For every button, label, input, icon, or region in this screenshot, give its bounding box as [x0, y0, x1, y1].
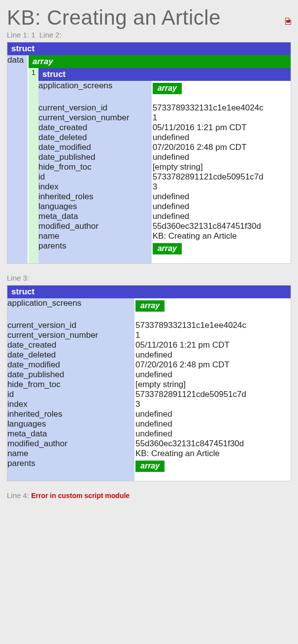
row-key: languages [38, 202, 152, 212]
row-key: index [7, 399, 135, 409]
table-row: current_version_id5733789332131c1e1ee402… [7, 321, 291, 330]
row-key: date_published [38, 152, 152, 162]
inner-rows-1: application_screensarraycurrent_version_… [38, 81, 291, 263]
array-badge: array [153, 83, 182, 94]
table-row: meta_dataundefined [7, 429, 291, 439]
row-key: date_modified [38, 143, 152, 152]
row-key: inherited_roles [38, 192, 152, 202]
row-key: name [38, 231, 152, 241]
row-value: array [152, 241, 291, 263]
row-key: date_deleted [38, 133, 152, 143]
row-value: undefined [135, 429, 291, 439]
table-row: index3 [7, 399, 291, 409]
page-title: KB: Creating an Article [7, 6, 291, 30]
table-row: date_created05/11/2016 1:21 pm CDT [38, 123, 291, 133]
table-row: date_modified07/20/2016 2:48 pm CDT [7, 360, 291, 370]
table-row: hide_from_toc[empty string] [7, 380, 291, 390]
array-badge: array [153, 243, 182, 254]
row-key: id [38, 172, 152, 182]
row-key: modified_author [7, 439, 135, 449]
dump-block-1: struct data array 1 struct application_s [7, 42, 291, 264]
inner-rows-2: application_screensarraycurrent_version_… [7, 298, 291, 481]
row-key: hide_from_toc [7, 380, 135, 390]
row-value: 55d360ec32131c847451f30d [135, 439, 291, 449]
table-row: current_version_number1 [7, 330, 291, 340]
row-value: [empty string] [135, 380, 291, 390]
struct-header: struct [7, 42, 291, 55]
row-key: hide_from_toc [38, 162, 152, 172]
row-key: meta_data [7, 429, 135, 439]
table-row: nameKB: Creating an Article [7, 449, 291, 459]
error-message: Error in custom script module [31, 492, 130, 500]
title-text: KB: Creating an Article [7, 6, 221, 30]
row-key: current_version_id [7, 321, 135, 330]
row-value: 1 [135, 330, 291, 340]
row-key: date_published [7, 370, 135, 380]
line4-label: Line 4: [7, 491, 29, 500]
row-value: KB: Creating an Article [135, 449, 291, 459]
row-key: current_version_number [38, 113, 152, 123]
array-badge: array [135, 461, 165, 472]
row-key: current_version_id [38, 103, 152, 113]
row-key: index [38, 182, 152, 192]
row-value: 3 [135, 399, 291, 409]
row-key: application_screens [38, 81, 152, 103]
table-row: date_deletedundefined [38, 133, 291, 143]
table-row: current_version_number1 [38, 113, 291, 123]
row-value: 05/11/2016 1:21 pm CDT [135, 340, 291, 350]
array-badge: array [135, 300, 165, 312]
table-row: date_deletedundefined [7, 350, 291, 360]
line-1-2-info: Line 1: 1 Line 2: [7, 31, 291, 39]
row-key: date_modified [7, 360, 135, 370]
row-value: undefined [152, 192, 291, 202]
row-value: KB: Creating an Article [152, 231, 291, 241]
row-value: array [152, 81, 291, 103]
table-row: date_publishedundefined [7, 370, 291, 380]
row-key: parents [7, 459, 135, 481]
inner-struct-header: struct [38, 68, 291, 81]
row-key: current_version_number [7, 330, 135, 340]
row-key: modified_author [38, 221, 152, 231]
table-row: application_screensarray [38, 81, 291, 103]
row-value: 55d360ec32131c847451f30d [152, 221, 291, 231]
table-row: date_created05/11/2016 1:21 pm CDT [7, 340, 291, 350]
row-value: 5733789332131c1e1ee4024c [135, 321, 291, 330]
row-key: languages [7, 419, 135, 429]
row-key: inherited_roles [7, 409, 135, 419]
row-key: date_deleted [7, 350, 135, 360]
table-row: application_screensarray [7, 298, 291, 321]
row-value: undefined [152, 152, 291, 162]
row-value: undefined [135, 409, 291, 419]
table-row: id5733782891121cde50951c7d [7, 390, 291, 399]
table-row: parentsarray [38, 241, 291, 263]
row-value: [empty string] [152, 162, 291, 172]
table-row: current_version_id5733789332131c1e1ee402… [38, 103, 291, 113]
table-row: modified_author55d360ec32131c847451f30d [7, 439, 291, 449]
row-value: undefined [135, 350, 291, 360]
dump-block-2: struct application_screensarraycurrent_v… [7, 285, 291, 481]
row-key: date_created [7, 340, 135, 350]
table-row: languagesundefined [38, 202, 291, 212]
table-row: modified_author55d360ec32131c847451f30d [38, 221, 291, 231]
row-value: array [135, 459, 291, 481]
row-key: name [7, 449, 135, 459]
struct-header-2: struct [7, 286, 291, 298]
row-value: 05/11/2016 1:21 pm CDT [152, 123, 291, 133]
table-row: inherited_rolesundefined [38, 192, 291, 202]
table-row: nameKB: Creating an Article [38, 231, 291, 241]
table-row: id5733782891121cde50951c7d [38, 172, 291, 182]
outer-key: data [7, 55, 28, 263]
line1-label: Line 1: 1 [7, 31, 35, 39]
row-value: 5733782891121cde50951c7d [152, 172, 291, 182]
row-value: 1 [152, 113, 291, 123]
table-row: hide_from_toc[empty string] [38, 162, 291, 172]
table-row: languagesundefined [7, 419, 291, 429]
row-value: undefined [152, 212, 291, 221]
array-header: array [29, 55, 291, 68]
row-value: undefined [135, 419, 291, 429]
row-value: 3 [152, 182, 291, 192]
pdf-icon[interactable] [285, 18, 291, 25]
row-key: application_screens [7, 298, 135, 321]
row-value: undefined [135, 370, 291, 380]
table-row: date_publishedundefined [38, 152, 291, 162]
